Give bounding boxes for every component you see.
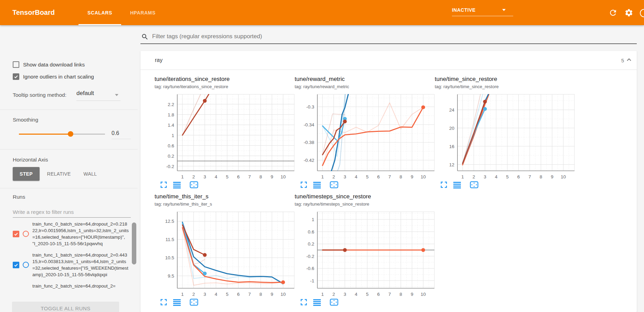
svg-text:10: 10 [281,174,286,179]
svg-text:16: 16 [449,144,454,149]
horizontal-bars-icon[interactable] [453,181,461,189]
axis-step-button[interactable]: STEP [13,167,40,181]
svg-text:3: 3 [484,174,486,179]
chart-canvas[interactable]: 12.511.510.59.512345678910 [155,210,295,299]
divider [0,149,138,149]
horizontal-bars-icon[interactable] [173,181,181,189]
chart-canvas[interactable]: 2420161212345678910 [435,92,575,181]
tooltip-sorting-dropdown[interactable]: default [76,90,120,101]
svg-text:5: 5 [226,292,229,297]
run-item[interactable]: train_func_1_batch_size=64,dropout_2=0.4… [13,252,133,278]
fit-domain-icon[interactable] [470,181,477,189]
checkbox-unchecked-icon[interactable] [13,61,19,68]
chevron-down-icon [115,94,118,96]
app-header: TensorBoard SCALARS HPARAMS INACTIVE [0,0,644,25]
show-download-links-row[interactable]: Show data download links [13,61,85,68]
toggle-all-runs-button[interactable]: TOGGLE ALL RUNS [12,302,119,312]
svg-text:9: 9 [271,174,273,179]
chart-title: tune/iterations_since_restore [155,76,295,83]
horizontal-bars-icon[interactable] [313,299,321,306]
svg-text:1: 1 [321,292,324,297]
chart-card: tune/time_since_restoretag: ray/tune/tim… [435,76,575,189]
fit-domain-icon[interactable] [190,181,197,189]
runs-filter-input[interactable] [13,207,131,218]
axis-relative-button[interactable]: RELATIVE [43,167,75,181]
chart-card: tune/iterations_since_restoretag: ray/tu… [155,76,295,189]
svg-text:10.5: 10.5 [165,255,174,260]
ignore-outliers-row[interactable]: Ignore outliers in chart scaling [13,73,94,80]
settings-gear-icon[interactable] [624,8,633,17]
svg-text:7: 7 [248,292,251,297]
tab-hparams[interactable]: HPARAMS [121,0,165,25]
axis-wall-button[interactable]: WALL [78,167,102,181]
fit-domain-icon[interactable] [330,181,337,189]
svg-text:7: 7 [388,292,391,297]
status-value: INACTIVE [452,7,476,13]
expand-icon[interactable] [300,181,308,189]
svg-text:1: 1 [321,174,324,179]
svg-text:10: 10 [281,292,286,297]
chart-toolbar [155,299,295,306]
expand-icon[interactable] [300,299,308,306]
svg-text:2.2: 2.2 [168,102,174,107]
run-radio[interactable] [23,262,29,268]
input-underline [140,43,637,44]
svg-text:9: 9 [411,292,413,297]
svg-text:9: 9 [411,174,413,179]
svg-text:8: 8 [400,174,402,179]
run-radio[interactable] [23,231,29,237]
refresh-icon[interactable] [609,8,617,17]
chart-canvas[interactable]: 10.60.2-0.2-0.6-112345678910 [295,210,435,299]
svg-text:11.5: 11.5 [166,237,174,242]
svg-text:9: 9 [271,292,273,297]
svg-text:0.6: 0.6 [308,229,314,235]
chevron-up-icon[interactable] [626,57,632,64]
svg-text:10: 10 [561,174,566,179]
chart-tag: tag: ray/tune/reward_metric [295,84,435,89]
chart-canvas[interactable]: -0.3-0.34-0.38-0.4212345678910 [295,92,435,181]
chart-toolbar [295,181,435,189]
divider [0,188,138,188]
horizontal-bars-icon[interactable] [313,181,321,189]
smoothing-value[interactable]: 0.6 [112,128,131,139]
run-label: train_func_1_batch_size=64,dropout_2=0.4… [32,252,129,278]
chart-canvas[interactable]: 2.21.81.410.60.2-0.212345678910 [155,92,295,181]
chart-title: tune/reward_metric [295,76,435,83]
run-checkbox[interactable] [13,262,19,268]
app-title: TensorBoard [12,0,55,25]
smoothing-slider[interactable] [19,134,105,135]
svg-text:7: 7 [248,174,251,179]
chart-title: tune/timesteps_since_restore [295,193,435,200]
tab-scalars[interactable]: SCALARS [78,0,121,25]
run-item[interactable]: train_func_2_batch_size=64,dropout_2= [13,283,133,289]
tag-group-header[interactable]: ray 5 [140,51,637,70]
expand-icon[interactable] [160,181,168,189]
status-dropdown[interactable]: INACTIVE [452,6,513,16]
checkbox-checked-icon[interactable] [13,73,19,80]
sidebar-scrollbar[interactable] [132,222,136,264]
svg-text:0.2: 0.2 [168,154,174,159]
smoothing-slider-thumb[interactable] [68,131,73,137]
svg-text:-0.2: -0.2 [306,254,314,259]
run-checkbox[interactable] [13,231,19,237]
divider [0,110,138,110]
svg-text:3: 3 [344,292,346,297]
svg-text:2: 2 [332,292,335,297]
fit-domain-icon[interactable] [190,299,197,306]
horizontal-bars-icon[interactable] [173,299,181,306]
svg-text:-0.3: -0.3 [306,104,314,110]
expand-icon[interactable] [160,299,168,306]
fit-domain-icon[interactable] [330,299,337,306]
expand-icon[interactable] [440,181,448,189]
checkbox-label: Show data download links [23,62,85,68]
run-item[interactable]: train_func_0_batch_size=64,dropout_2=0.2… [13,221,133,247]
chart-toolbar [295,299,435,306]
tooltip-sorting-label: Tooltip sorting method: [13,92,66,98]
help-icon[interactable] [640,9,644,17]
svg-text:8: 8 [260,174,262,179]
slider-fill [19,134,71,135]
svg-text:1: 1 [181,292,184,297]
dropdown-value: default [76,90,94,96]
svg-text:4: 4 [355,174,358,179]
tag-filter-input[interactable] [151,30,635,43]
